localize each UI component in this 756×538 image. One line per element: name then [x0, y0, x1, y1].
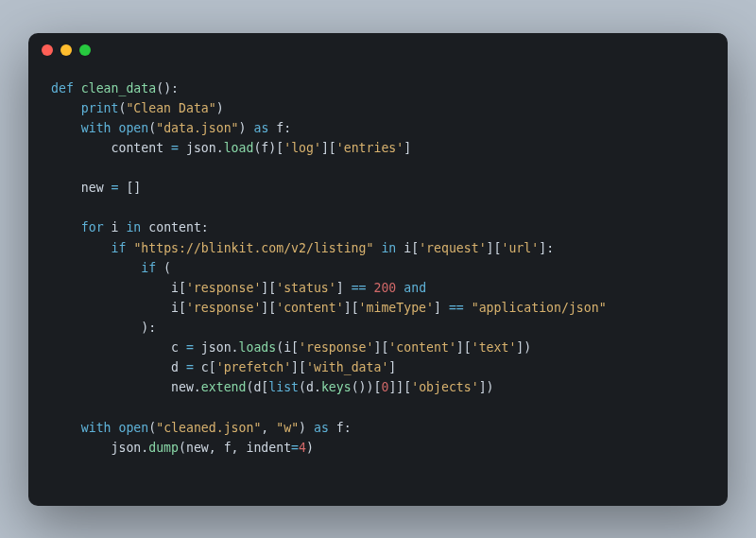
code-token: ]): [516, 340, 531, 355]
code-line: new = []: [51, 178, 705, 198]
code-token: json: [179, 141, 216, 155]
code-token: 'content': [388, 340, 455, 355]
code-token: ): [216, 101, 224, 115]
code-token: ,: [261, 421, 276, 435]
code-line: i['response']['status'] == 200 and: [51, 278, 705, 298]
close-icon[interactable]: [42, 44, 53, 56]
code-line: [51, 198, 705, 217]
code-token: ): [306, 441, 314, 455]
code-token: =: [186, 340, 194, 355]
code-token: ())[: [352, 380, 382, 394]
code-token: 'with_data': [306, 360, 388, 374]
code-line: if "https://blinkit.com/v2/listing" in i…: [51, 238, 705, 258]
code-token: "cleaned.json": [156, 421, 261, 435]
code-token: 'objects': [411, 380, 478, 394]
code-token: 'response': [186, 301, 261, 315]
code-token: =: [186, 360, 194, 374]
code-token: 'response': [186, 281, 261, 295]
code-token: [51, 220, 81, 234]
code-token: if: [112, 241, 127, 255]
code-token: as: [253, 121, 268, 135]
code-token: clean_data: [81, 81, 156, 95]
code-token: .: [216, 141, 224, 155]
code-token: 'url': [501, 241, 539, 255]
code-token: ]: [388, 360, 396, 374]
code-line: with open("cleaned.json", "w") as f:: [51, 418, 705, 438]
code-token: load: [224, 141, 254, 155]
code-token: [51, 121, 81, 135]
code-token: for: [81, 220, 104, 234]
code-token: ():: [156, 81, 179, 95]
code-line: print("Clean Data"): [51, 98, 705, 118]
code-token: ==: [352, 281, 367, 295]
code-token: d: [51, 360, 186, 374]
code-token: [51, 241, 112, 255]
code-line: for i in content:: [51, 217, 705, 237]
code-token: [464, 301, 472, 315]
code-token: ): [299, 421, 314, 435]
code-token: and: [404, 281, 426, 295]
code-token: "w": [276, 421, 299, 435]
code-token: f:: [268, 121, 291, 135]
code-token: ==: [449, 301, 464, 315]
code-token: .: [232, 340, 239, 355]
code-token: .: [314, 380, 321, 394]
code-token: 'request': [419, 241, 486, 255]
code-token: print: [81, 101, 119, 115]
code-token: "https://blinkit.com/v2/listing": [133, 241, 373, 255]
code-token: ][: [321, 141, 336, 155]
minimize-icon[interactable]: [60, 44, 72, 56]
code-token: 'text': [472, 340, 517, 355]
code-token: ]:: [539, 241, 554, 255]
code-line: c = json.loads(i['response']['content'][…: [51, 338, 705, 357]
code-token: ][: [344, 301, 359, 315]
code-token: (d[: [246, 380, 268, 394]
code-line: new.extend(d[list(d.keys())[0]]['objects…: [51, 377, 705, 397]
code-token: ][: [261, 281, 276, 295]
code-token: 'entries': [336, 141, 404, 155]
code-token: 'mimeType': [359, 301, 434, 315]
code-token: json: [194, 340, 232, 355]
code-token: ]): [479, 380, 494, 394]
code-token: "application/json": [472, 301, 607, 315]
code-token: loads: [239, 340, 277, 355]
code-token: 'status': [276, 281, 336, 295]
code-token: new: [51, 380, 194, 394]
code-token: i[: [51, 281, 186, 295]
code-line: ):: [51, 318, 705, 338]
code-token: (d: [299, 380, 314, 394]
code-token: open: [118, 421, 148, 435]
code-token: (new, f, indent: [179, 441, 291, 455]
code-token: 'content': [276, 301, 343, 315]
code-line: json.dump(new, f, indent=4): [51, 438, 705, 458]
titlebar: [28, 33, 728, 67]
code-token: f:: [329, 421, 352, 435]
code-line: if (: [51, 258, 705, 278]
code-token: in: [381, 241, 396, 255]
code-line: with open("data.json") as f:: [51, 118, 705, 138]
code-token: ][: [487, 241, 502, 255]
code-line: d = c['prefetch']['with_data']: [51, 357, 705, 377]
code-line: [51, 158, 705, 178]
code-token: if: [141, 261, 156, 275]
terminal-window: def clean_data(): print("Clean Data") wi…: [28, 33, 728, 506]
code-token: ][: [456, 340, 472, 355]
code-token: ]: [434, 301, 449, 315]
code-token: json: [51, 441, 141, 455]
code-token: (i[: [276, 340, 299, 355]
maximize-icon[interactable]: [79, 44, 91, 56]
code-token: ):: [51, 321, 156, 335]
code-token: i[: [51, 301, 186, 315]
code-line: i['response']['content']['mimeType'] == …: [51, 298, 705, 318]
code-token: 'log': [284, 141, 321, 155]
code-token: [74, 81, 81, 95]
code-token: [51, 261, 141, 275]
code-token: with: [81, 121, 112, 135]
code-token: (: [148, 121, 156, 135]
code-token: [51, 101, 81, 115]
code-token: 200: [373, 281, 396, 295]
code-token: ]: [404, 141, 411, 155]
code-token: (f)[: [253, 141, 284, 155]
code-token: content: [51, 141, 171, 155]
code-token: c[: [194, 360, 216, 374]
